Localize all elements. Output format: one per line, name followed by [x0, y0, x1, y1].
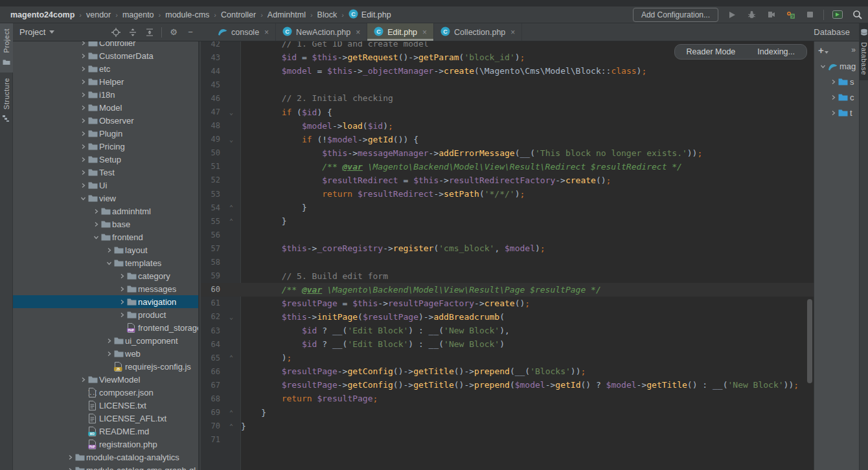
db-tree-item-s[interactable]: s — [814, 74, 859, 89]
expand-all-icon[interactable] — [128, 27, 138, 38]
breadcrumb-item[interactable]: Block — [315, 10, 340, 19]
code-line[interactable]: 62⌄ $this->initPage($resultPage)->addBre… — [201, 310, 814, 324]
chevron-right-icon[interactable] — [91, 208, 101, 214]
chevron-right-icon[interactable] — [78, 41, 88, 46]
editor-scrollbar[interactable] — [807, 299, 812, 383]
chevron-right-icon[interactable] — [78, 79, 88, 85]
code-line[interactable]: 57 $this->_coreRegistry->register('cms_b… — [201, 241, 814, 255]
chevron-right-icon[interactable] — [117, 312, 127, 318]
chevron-right-icon[interactable] — [78, 53, 88, 59]
tree-item-requirejs-config-js[interactable]: JSrequirejs-config.js — [13, 360, 198, 373]
breadcrumb-item[interactable]: module-cms — [163, 10, 212, 19]
tab-console[interactable]: console× — [211, 23, 276, 41]
chevron-down-icon[interactable] — [104, 260, 114, 266]
tree-item-helper[interactable]: Helper — [13, 75, 198, 88]
code-line[interactable]: 66 $resultPage->getConfig()->getTitle()-… — [201, 364, 814, 378]
tree-item-category[interactable]: category — [13, 269, 198, 282]
code-line[interactable]: 68 return $resultPage; — [201, 392, 814, 405]
tree-item-templates[interactable]: templates — [13, 256, 198, 269]
fold-down-icon[interactable]: ⌄ — [222, 136, 241, 143]
tree-item-controller[interactable]: Controller — [13, 41, 198, 49]
tab-collection-php[interactable]: CCollection.php× — [434, 23, 522, 41]
chevron-right-icon[interactable] — [78, 131, 88, 137]
code-line[interactable]: 54⌃ } — [201, 201, 814, 214]
chevron-right-icon[interactable] — [828, 95, 838, 100]
tree-item-frontend[interactable]: frontend — [13, 230, 198, 243]
terminal-run-icon[interactable] — [832, 9, 843, 21]
code-line[interactable]: 61 $resultPage = $this->resultPageFactor… — [201, 297, 814, 310]
code-line[interactable]: 60 /** @var \Magento\Backend\Model\View\… — [201, 283, 814, 297]
sidebar-item-database[interactable]: Database — [860, 23, 868, 80]
debug-icon[interactable] — [746, 9, 757, 21]
code-editor[interactable]: 42 // 1. Get ID and create model43 $id =… — [201, 41, 814, 470]
chevron-right-icon[interactable] — [828, 110, 838, 116]
tree-item-license-txt[interactable]: LICENSE.txt — [13, 399, 198, 412]
chevron-right-icon[interactable] — [104, 351, 114, 357]
code-line[interactable]: 52 $resultRedirect = $this->resultRedire… — [201, 173, 814, 187]
chevron-right-icon[interactable] — [78, 144, 88, 150]
locate-icon[interactable] — [111, 27, 121, 38]
breadcrumb-item[interactable]: magento24comp — [8, 10, 77, 19]
tree-item-i18n[interactable]: i18n — [13, 88, 198, 101]
reader-mode-label[interactable]: Reader Mode — [687, 47, 736, 56]
chevron-right-icon[interactable] — [65, 467, 75, 470]
code-line[interactable]: 70⌃} — [201, 420, 814, 433]
fold-up-icon[interactable]: ⌃ — [222, 409, 241, 416]
code-line[interactable]: 69⌃ } — [201, 406, 814, 420]
code-line[interactable]: 59 // 5. Build edit form — [201, 269, 814, 283]
fold-down-icon[interactable]: ⌄ — [222, 313, 241, 320]
hide-panel-icon[interactable]: − — [185, 27, 196, 38]
code-line[interactable]: 53 return $resultRedirect->setPath('*/*/… — [201, 187, 814, 201]
stop-icon[interactable] — [804, 9, 816, 21]
chevron-down-icon[interactable] — [78, 196, 88, 201]
tree-item-model[interactable]: Model — [13, 101, 198, 114]
db-tree-item-mag[interactable]: mag — [814, 58, 859, 74]
tree-item-module-catalog-analytics[interactable]: module-catalog-analytics — [13, 451, 198, 464]
fold-up-icon[interactable]: ⌃ — [222, 218, 241, 225]
tree-item-navigation[interactable]: navigation — [13, 295, 198, 308]
chevron-right-icon[interactable] — [78, 118, 88, 124]
tree-item-composer-json[interactable]: {..}composer.json — [13, 386, 198, 399]
tree-item-pricing[interactable]: Pricing — [13, 140, 198, 153]
more-chevrons-icon[interactable]: » — [851, 45, 855, 54]
tree-item-customerdata[interactable]: CustomerData — [13, 49, 198, 62]
chevron-right-icon[interactable] — [828, 79, 838, 85]
tree-item-messages[interactable]: messages — [13, 282, 198, 295]
tree-item-frontend-storage-r[interactable]: PHPfrontend_storage_r — [13, 321, 198, 334]
tree-item-etc[interactable]: etc — [13, 62, 198, 75]
tree-item-readme-md[interactable]: MDREADME.md — [13, 425, 198, 438]
tree-item-module-catalog-cms-graph-ql[interactable]: module-catalog-cms-graph-ql — [13, 464, 198, 470]
chevron-right-icon[interactable] — [78, 105, 88, 111]
chevron-right-icon[interactable] — [117, 299, 127, 305]
code-line[interactable]: 64 $id ? __('Edit Block') : __('New Bloc… — [201, 337, 814, 351]
code-line[interactable]: 55⌃ } — [201, 214, 814, 228]
close-icon[interactable]: × — [510, 28, 515, 37]
chevron-right-icon[interactable] — [117, 286, 127, 292]
code-line[interactable]: 48 $model->load($id); — [201, 119, 814, 133]
fold-up-icon[interactable]: ⌃ — [222, 354, 241, 361]
code-line[interactable]: 56 — [201, 228, 814, 241]
fold-up-icon[interactable]: ⌃ — [222, 423, 241, 430]
code-line[interactable]: 51 /** @var \Magento\Backend\Model\View\… — [201, 160, 814, 173]
fold-down-icon[interactable]: ⌄ — [222, 109, 241, 116]
db-tree-item-c[interactable]: c — [814, 89, 859, 105]
chevron-right-icon[interactable] — [78, 66, 88, 72]
chevron-right-icon[interactable] — [78, 170, 88, 175]
tree-item-view[interactable]: view — [13, 192, 198, 205]
code-line[interactable]: 47⌄ if ($id) { — [201, 105, 814, 118]
chevron-down-icon[interactable] — [91, 234, 101, 240]
tree-item-ui-component[interactable]: ui_component — [13, 334, 198, 347]
tree-item-web[interactable]: web — [13, 347, 198, 360]
fold-up-icon[interactable]: ⌃ — [222, 204, 241, 211]
chevron-down-icon[interactable] — [818, 63, 828, 69]
code-line[interactable]: 58 — [201, 256, 814, 269]
chevron-right-icon[interactable] — [78, 157, 88, 162]
close-icon[interactable]: × — [356, 28, 360, 37]
add-datasource-icon[interactable]: + — [818, 45, 828, 56]
code-line[interactable]: 65⌃ ); — [201, 351, 814, 364]
chevron-right-icon[interactable] — [117, 273, 127, 279]
close-icon[interactable]: × — [422, 28, 427, 37]
tree-item-registration-php[interactable]: PHPregistration.php — [13, 438, 198, 451]
tree-item-base[interactable]: base — [13, 218, 198, 230]
chevron-right-icon[interactable] — [104, 247, 114, 253]
